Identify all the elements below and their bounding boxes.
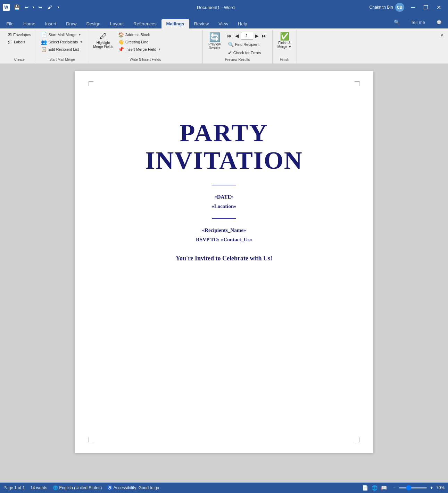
preview-results-content: 🔄 PreviewResults ⏮ ◀ ▶ ⏭ 🔍 Find Recipien… bbox=[206, 31, 269, 57]
tab-mailings[interactable]: Mailings bbox=[161, 19, 189, 28]
zoom-slider[interactable] bbox=[399, 487, 427, 488]
address-block-icon: 🏠 bbox=[118, 32, 124, 37]
greeting-line-button[interactable]: 👋 Greeting Line bbox=[116, 39, 164, 45]
status-page-info: Page 1 of 1 bbox=[3, 485, 25, 490]
check-for-errors-button[interactable]: ✔ Check for Errors bbox=[226, 49, 268, 56]
title-bar: W 💾 ↩ ▼ ↪ 🖌 ▼ Document1 - Word Chaknith … bbox=[0, 0, 448, 15]
write-insert-extra-items: ⚙ Rules 🔗 Match Fields 🔄 Update Labels bbox=[165, 31, 200, 50]
doc-invited-text: You're Invited to Celebrate with Us! bbox=[96, 255, 352, 262]
tab-home[interactable]: Home bbox=[18, 19, 40, 28]
corner-mark-br bbox=[355, 437, 359, 442]
edit-recipient-list-button[interactable]: 📋 Edit Recipient List bbox=[39, 46, 85, 53]
share-button[interactable]: 💬 bbox=[431, 18, 447, 27]
preview-results-icon: 🔄 bbox=[209, 33, 220, 42]
doc-divider-2 bbox=[212, 218, 236, 219]
select-recipients-button[interactable]: 👥 Select Recipients ▼ bbox=[39, 39, 85, 45]
highlight-merge-fields-button[interactable]: 🖊 HighlightMerge Fields bbox=[91, 31, 115, 50]
tab-review[interactable]: Review bbox=[189, 19, 214, 28]
finish-merge-button[interactable]: ✅ Finish &Merge ▼ bbox=[275, 31, 294, 50]
greeting-line-icon: 👋 bbox=[118, 39, 124, 45]
read-mode-view-button[interactable]: 📖 bbox=[380, 484, 388, 491]
tab-design[interactable]: Design bbox=[82, 19, 105, 28]
highlight-merge-fields-icon: 🖊 bbox=[99, 33, 107, 40]
tab-file[interactable]: File bbox=[1, 19, 18, 28]
ribbon-tabs: File Home Insert Draw Design Layout Refe… bbox=[0, 15, 448, 28]
redo-button[interactable]: ↪ bbox=[36, 4, 44, 11]
tab-help[interactable]: Help bbox=[233, 19, 252, 28]
zoom-out-button[interactable]: − bbox=[391, 485, 398, 491]
print-layout-view-button[interactable]: 📄 bbox=[361, 484, 370, 491]
find-recipient-icon: 🔍 bbox=[228, 42, 234, 47]
doc-title-invitation: INVITATION bbox=[96, 147, 352, 174]
start-mail-merge-button[interactable]: 📄 Start Mail Merge ▼ bbox=[39, 31, 85, 38]
minimize-button[interactable]: ─ bbox=[407, 0, 419, 15]
status-language: 🌐 English (United States) bbox=[53, 485, 102, 490]
accessibility-icon: ♿ bbox=[107, 485, 113, 490]
select-recipients-icon: 👥 bbox=[41, 39, 47, 45]
user-name: Chaknith Bin bbox=[370, 5, 393, 10]
preview-results-button[interactable]: 🔄 PreviewResults bbox=[206, 31, 224, 51]
nav-next-button[interactable]: ▶ bbox=[254, 32, 260, 39]
word-logo: W bbox=[3, 4, 10, 11]
close-button[interactable]: ✕ bbox=[432, 0, 445, 15]
quick-access-toolbar: 💾 ↩ ▼ ↪ 🖌 ▼ bbox=[12, 4, 62, 11]
document-page: PARTY INVITATION «DATE» «Location» «Reci… bbox=[75, 71, 373, 453]
ribbon-group-create: ✉ Envelopes 🏷 Labels Create bbox=[3, 30, 36, 64]
restore-button[interactable]: ❐ bbox=[419, 0, 432, 15]
tab-insert[interactable]: Insert bbox=[40, 19, 61, 28]
start-mail-merge-group-label: Start Mail Merge bbox=[39, 57, 85, 62]
user-info: Chaknith Bin CB bbox=[370, 3, 404, 12]
nav-page-input[interactable] bbox=[241, 32, 253, 40]
web-layout-view-button[interactable]: 🌐 bbox=[370, 484, 379, 491]
ribbon-collapse-button[interactable]: ∧ bbox=[439, 31, 445, 39]
write-insert-small-items: 🏠 Address Block 👋 Greeting Line 📌 Insert… bbox=[116, 31, 164, 53]
status-accessibility: ♿ Accessibility: Good to go bbox=[107, 485, 159, 490]
tab-references[interactable]: References bbox=[128, 19, 161, 28]
save-button[interactable]: 💾 bbox=[12, 4, 22, 11]
ribbon-group-start-mail-merge: 📄 Start Mail Merge ▼ 👥 Select Recipients… bbox=[36, 30, 88, 64]
document-title: Document1 - Word bbox=[62, 5, 370, 10]
undo-button[interactable]: ↩ bbox=[23, 4, 31, 11]
ribbon: ✉ Envelopes 🏷 Labels Create 📄 Start Mail… bbox=[0, 28, 448, 64]
window-controls: ─ ❐ ✕ bbox=[407, 0, 445, 15]
zoom-in-button[interactable]: + bbox=[428, 485, 435, 491]
tell-me-button[interactable]: Tell me bbox=[406, 18, 430, 27]
write-insert-group-label: Write & Insert Fields bbox=[91, 57, 199, 62]
document-area: PARTY INVITATION «DATE» «Location» «Reci… bbox=[0, 64, 448, 487]
format-painter-button[interactable]: 🖌 bbox=[45, 4, 54, 11]
user-avatar[interactable]: CB bbox=[395, 3, 404, 12]
tab-layout[interactable]: Layout bbox=[105, 19, 128, 28]
check-for-errors-icon: ✔ bbox=[228, 50, 232, 56]
nav-prev-button[interactable]: ◀ bbox=[234, 32, 240, 39]
select-recipients-arrow: ▼ bbox=[79, 40, 83, 44]
doc-title-party: PARTY bbox=[96, 119, 352, 147]
tab-draw[interactable]: Draw bbox=[61, 19, 81, 28]
search-ribbon-button[interactable]: 🔍 bbox=[389, 17, 405, 27]
create-group-label: Create bbox=[6, 57, 33, 62]
insert-merge-field-button[interactable]: 📌 Insert Merge Field ▼ bbox=[116, 46, 164, 53]
title-bar-right: Chaknith Bin CB ─ ❐ ✕ bbox=[370, 0, 445, 15]
finish-group-label: Finish bbox=[275, 57, 294, 62]
finish-group-content: ✅ Finish &Merge ▼ bbox=[275, 31, 294, 57]
labels-button[interactable]: 🏷 Labels bbox=[6, 39, 33, 45]
insert-merge-field-arrow: ▼ bbox=[158, 48, 161, 51]
doc-recipient-field: «Recipients_Name» bbox=[96, 226, 352, 235]
doc-rsvp-field: RSVP TO: «Contact_Us» bbox=[96, 235, 352, 244]
find-recipient-button[interactable]: 🔍 Find Recipient bbox=[226, 41, 268, 48]
finish-merge-icon: ✅ bbox=[280, 33, 289, 40]
corner-mark-tr bbox=[355, 81, 359, 86]
nav-last-button[interactable]: ⏭ bbox=[260, 32, 268, 39]
envelopes-button[interactable]: ✉ Envelopes bbox=[6, 31, 33, 38]
address-block-button[interactable]: 🏠 Address Block bbox=[116, 31, 164, 38]
title-bar-left: W 💾 ↩ ▼ ↪ 🖌 ▼ bbox=[3, 4, 62, 11]
nav-first-button[interactable]: ⏮ bbox=[226, 32, 233, 39]
undo-arrow[interactable]: ▼ bbox=[32, 6, 35, 9]
insert-merge-field-icon: 📌 bbox=[118, 47, 124, 52]
status-bar: Page 1 of 1 14 words 🌐 English (United S… bbox=[0, 483, 448, 493]
tab-view[interactable]: View bbox=[214, 19, 233, 28]
navigation-arrows: ⏮ ◀ ▶ ⏭ bbox=[226, 32, 268, 40]
corner-mark-bl bbox=[89, 437, 93, 442]
zoom-track: − + 70% bbox=[391, 485, 445, 491]
start-mail-merge-arrow: ▼ bbox=[78, 33, 82, 36]
quick-access-more[interactable]: ▼ bbox=[55, 5, 62, 10]
